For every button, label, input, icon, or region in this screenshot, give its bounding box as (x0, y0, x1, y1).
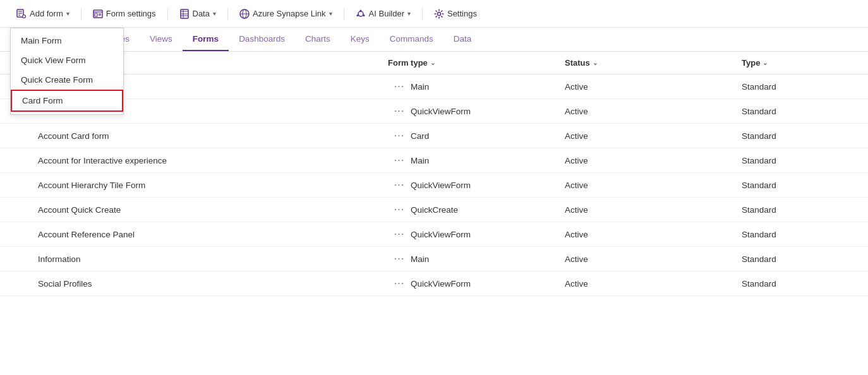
col-status-header[interactable]: Status ⌄ (565, 58, 742, 68)
row-formtype-0: Main (411, 82, 565, 92)
row-type-5: Standard (742, 205, 868, 215)
row-status-6: Active (565, 230, 742, 239)
row-formtype-6: QuickViewForm (411, 230, 565, 239)
synapse-icon (239, 9, 250, 19)
dropdown-item-quick-view-form[interactable]: Quick View Form (11, 51, 123, 70)
row-name-4[interactable]: Account Hierarchy Tile Form (38, 181, 388, 190)
form-settings-button[interactable]: Form settings (87, 6, 162, 22)
row-type-4: Standard (742, 181, 868, 190)
tab-commands[interactable]: Commands (380, 28, 443, 51)
row-formtype-3: Main (411, 156, 565, 165)
form-settings-label: Form settings (106, 9, 156, 18)
ai-icon (356, 9, 366, 19)
table-row: Account Reference Panel ··· QuickViewFor… (0, 222, 868, 247)
table-row: Account Hierarchy Tile Form ··· QuickVie… (0, 173, 868, 198)
row-status-8: Active (565, 279, 742, 289)
svg-point-27 (437, 12, 440, 15)
row-status-4: Active (565, 181, 742, 190)
add-form-dropdown: Main Form Quick View Form Quick Create F… (10, 28, 124, 115)
row-status-7: Active (565, 254, 742, 264)
row-status-3: Active (565, 156, 742, 165)
row-type-6: Standard (742, 230, 868, 239)
dropdown-item-quick-create-form[interactable]: Quick Create Form (11, 70, 123, 90)
row-dots-8[interactable]: ··· (388, 278, 411, 289)
add-form-label: Add form (30, 9, 63, 18)
separator-3 (227, 8, 228, 20)
data-chevron: ▾ (213, 10, 216, 17)
tab-forms[interactable]: Forms (183, 28, 229, 51)
row-name-3[interactable]: Account for Interactive experience (38, 156, 388, 165)
table-row: Account for Interactive experience ··· M… (0, 148, 868, 173)
tab-views[interactable]: Views (140, 28, 183, 51)
gear-icon (434, 9, 444, 19)
separator-5 (422, 8, 423, 20)
table-row: Social Profiles ··· QuickViewForm Active… (0, 271, 868, 296)
main-content: Form type ⌄ Status ⌄ Type ⌄ Account ··· … (0, 52, 868, 296)
add-form-icon (16, 9, 27, 19)
row-name-2[interactable]: Account Card form (38, 131, 388, 141)
svg-point-20 (358, 11, 363, 16)
table-header: Form type ⌄ Status ⌄ Type ⌄ (0, 52, 868, 74)
row-formtype-7: Main (411, 254, 565, 264)
add-form-button[interactable]: Add form ▾ (10, 6, 76, 22)
status-sort-icon: ⌄ (593, 59, 598, 66)
table-body: Account ··· Main Active Standard account… (0, 74, 868, 296)
ai-builder-chevron: ▾ (407, 10, 411, 17)
row-dots-3[interactable]: ··· (388, 155, 411, 166)
row-type-3: Standard (742, 156, 868, 165)
row-dots-4[interactable]: ··· (388, 179, 411, 191)
col-type-label: Type (742, 58, 760, 68)
data-button[interactable]: Data ▾ (173, 6, 222, 22)
form-settings-icon (93, 9, 103, 19)
azure-synapse-chevron: ▾ (329, 10, 332, 17)
row-dots-5[interactable]: ··· (388, 204, 411, 215)
svg-rect-9 (95, 13, 97, 16)
add-form-chevron: ▾ (66, 10, 69, 17)
dropdown-item-card-form[interactable]: Card Form (11, 90, 123, 112)
row-status-1: Active (565, 107, 742, 116)
row-name-8[interactable]: Social Profiles (38, 279, 388, 289)
tab-data[interactable]: Data (443, 28, 482, 51)
row-name-7[interactable]: Information (38, 254, 388, 264)
table-row: account card ··· QuickViewForm Active St… (0, 99, 868, 124)
table-row: Account Card form ··· Card Active Standa… (0, 124, 868, 148)
azure-synapse-button[interactable]: Azure Synapse Link ▾ (233, 6, 339, 22)
dropdown-item-main-form[interactable]: Main Form (11, 31, 123, 51)
tab-dashboards[interactable]: Dashboards (229, 28, 295, 51)
row-formtype-8: QuickViewForm (411, 279, 565, 289)
settings-button[interactable]: Settings (428, 6, 483, 22)
data-icon (179, 9, 190, 19)
row-formtype-5: QuickCreate (411, 205, 565, 215)
tab-charts[interactable]: Charts (295, 28, 341, 51)
nav-tabs: Columns Business rules Views Forms Dashb… (0, 28, 868, 52)
ai-builder-button[interactable]: AI Builder ▾ (349, 6, 417, 22)
col-formtype-label: Form type (388, 58, 428, 68)
azure-synapse-label: Azure Synapse Link (253, 9, 326, 18)
row-formtype-4: QuickViewForm (411, 181, 565, 190)
settings-label: Settings (447, 9, 477, 18)
row-type-8: Standard (742, 279, 868, 289)
row-dots-1[interactable]: ··· (388, 105, 411, 117)
row-dots-7[interactable]: ··· (388, 253, 411, 265)
row-type-7: Standard (742, 254, 868, 264)
separator-4 (344, 8, 344, 20)
col-formtype-header[interactable]: Form type ⌄ (388, 58, 565, 68)
row-dots-2[interactable]: ··· (388, 130, 411, 141)
table-row: Information ··· Main Active Standard (0, 247, 868, 271)
col-type-header[interactable]: Type ⌄ (742, 58, 868, 68)
row-status-2: Active (565, 131, 742, 141)
row-formtype-1: QuickViewForm (411, 107, 565, 116)
type-sort-icon: ⌄ (763, 59, 768, 66)
separator-2 (167, 8, 168, 20)
tab-keys[interactable]: Keys (341, 28, 380, 51)
table-row: Account ··· Main Active Standard (0, 74, 868, 99)
row-dots-0[interactable]: ··· (388, 81, 411, 92)
ai-builder-label: AI Builder (369, 9, 404, 18)
row-formtype-2: Card (411, 131, 565, 141)
row-name-5[interactable]: Account Quick Create (38, 205, 388, 215)
row-type-1: Standard (742, 107, 868, 116)
row-dots-6[interactable]: ··· (388, 229, 411, 240)
row-status-5: Active (565, 205, 742, 215)
formtype-sort-icon: ⌄ (430, 59, 435, 66)
row-name-6[interactable]: Account Reference Panel (38, 230, 388, 239)
